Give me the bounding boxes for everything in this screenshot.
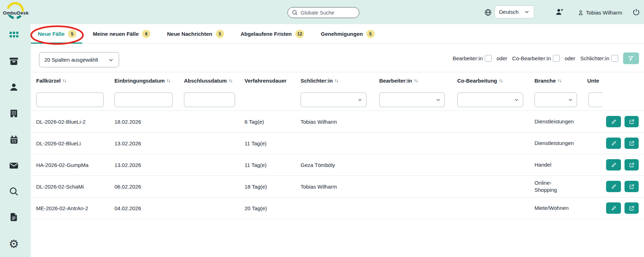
sidebar-item-apps[interactable] (8, 29, 20, 41)
sidebar-item-settings[interactable]: ⚙ (8, 238, 20, 250)
open-case-button[interactable] (625, 138, 639, 149)
col-header-co-bearbeitung[interactable]: Co-Bearbeitung↑↓ (457, 78, 534, 84)
pencil-icon (610, 205, 617, 212)
edit-case-button[interactable] (606, 159, 621, 171)
cell-verfahrensdauer: 20 Tag(e) (245, 205, 301, 211)
filter-select-co-bearbeitung[interactable] (457, 93, 523, 107)
table-row[interactable]: ME-2026-02-AntrAn-2 04.02.2026 20 Tag(e)… (31, 197, 644, 219)
tab-neue-faelle[interactable]: Neue Fälle 5 (31, 24, 82, 44)
sort-icon[interactable]: ↑↓ (558, 78, 561, 83)
sort-icon[interactable]: ↑↓ (414, 78, 418, 83)
table-row[interactable]: HA-2026-02-GumpMa 13.02.2026 11 Tag(e) G… (31, 154, 644, 176)
tab-label: Abgelaufene Fristen (241, 31, 292, 37)
clear-filter-button[interactable] (623, 52, 639, 64)
cell-fallkuerzel: DL-2026-02-BlueLi (36, 140, 114, 146)
sidebar-item-person[interactable] (8, 82, 20, 94)
tab-meine-neuen-faelle[interactable]: Meine neuen Fälle 6 (86, 24, 156, 44)
chevron-down-icon (108, 57, 114, 63)
cell-branche: Miete/Wohnen (534, 205, 587, 212)
tabs-bar: Neue Fälle 5 Meine neuen Fälle 6 Neue Na… (31, 24, 644, 44)
open-external-icon (628, 140, 635, 147)
col-header-branche[interactable]: Branche↑↓ (534, 78, 587, 84)
filter-off-icon (628, 55, 634, 62)
app-logo[interactable]: OmbuDesk (6, 2, 34, 22)
filter-input-einbringungsdatum[interactable] (114, 93, 173, 107)
tab-count-badge: 5 (366, 30, 375, 38)
cell-branche: Online-Shopping (534, 179, 587, 194)
col-header-einbringungsdatum[interactable]: Einbringungsdatum↑↓ (114, 78, 184, 84)
col-header-bearbeiter[interactable]: Bearbeiter:in↑↓ (379, 78, 457, 84)
language-label: Deutsch (499, 9, 519, 15)
sort-icon[interactable]: ↑↓ (62, 78, 66, 83)
cell-verfahrensdauer: 11 Tag(e) (245, 140, 301, 146)
or-label: oder (565, 55, 575, 61)
filter-select-schlichter[interactable] (301, 93, 366, 107)
filter-input-unternehmen[interactable] (588, 93, 603, 107)
tab-label: Meine neuen Fälle (93, 31, 139, 37)
table-filter-row (31, 89, 644, 111)
chevron-down-icon (568, 97, 573, 102)
columns-select[interactable]: 20 Spalten ausgewählt (39, 52, 119, 67)
cell-fallkuerzel: DL-2026-02-SchaMi (36, 184, 114, 190)
sort-icon[interactable]: ↑↓ (229, 78, 233, 83)
co-bearbeiter-filter-label: Co-Bearbeiter:in (512, 55, 551, 61)
sidebar-item-search[interactable] (8, 186, 20, 198)
sort-icon[interactable]: ↑↓ (335, 78, 338, 83)
tab-neue-nachrichten[interactable]: Neue Nachrichten 5 (160, 24, 230, 44)
open-case-button[interactable] (625, 116, 639, 127)
current-user[interactable]: Tobias Wilharm (578, 9, 622, 16)
cell-einbringungsdatum: 06.02.2026 (114, 184, 184, 190)
col-header-abschlussdatum[interactable]: Abschlussdatum↑↓ (184, 78, 245, 84)
cell-schlichter: Tobias Wilharm (301, 184, 379, 190)
add-user-button[interactable] (555, 7, 564, 16)
user-name: Tobias Wilharm (586, 10, 622, 16)
co-bearbeiter-checkbox[interactable] (553, 55, 560, 62)
language-select[interactable]: Deutsch (494, 5, 534, 18)
logout-power-icon[interactable] (632, 8, 640, 16)
col-header-schlichter[interactable]: Schlichter:in↑↓ (301, 78, 379, 84)
col-header-fallkuerzel[interactable]: Fallkürzel↑↓ (36, 78, 114, 84)
filter-input-abschlussdatum[interactable] (184, 93, 235, 107)
col-header-verfahrensdauer: Verfahrensdauer (245, 78, 301, 84)
sidebar: ⚙ (0, 0, 31, 257)
table-row[interactable]: DL-2026-02-BlueLi-2 18.02.2026 6 Tag(e) … (31, 111, 644, 133)
bearbeiter-checkbox[interactable] (485, 55, 492, 62)
sort-icon[interactable]: ↑↓ (167, 78, 170, 83)
schlichter-checkbox[interactable] (611, 55, 618, 62)
open-case-button[interactable] (625, 159, 639, 171)
sidebar-item-organization[interactable] (8, 108, 20, 120)
open-case-button[interactable] (625, 181, 639, 192)
cell-fallkuerzel: DL-2026-02-BlueLi-2 (36, 119, 114, 125)
sidebar-item-inbox[interactable] (8, 56, 20, 68)
building-icon (9, 108, 19, 120)
tab-abgelaufene-fristen[interactable]: Abgelaufene Fristen 12 (234, 24, 310, 44)
filter-select-bearbeiter[interactable] (379, 93, 445, 107)
global-search-input[interactable] (301, 10, 367, 16)
edit-case-button[interactable] (606, 138, 621, 149)
edit-case-button[interactable] (606, 181, 621, 192)
cell-verfahrensdauer: 18 Tag(e) (245, 184, 301, 190)
filter-select-branche[interactable] (534, 93, 577, 107)
tab-genehmigungen[interactable]: Genehmigungen 5 (314, 24, 380, 44)
app-window: ⚙ OmbuDesk Deutsch Tobias Wi (0, 0, 644, 257)
table-row[interactable]: DL-2026-02-BlueLi 13.02.2026 11 Tag(e) D… (31, 133, 644, 154)
cell-verfahrensdauer: 11 Tag(e) (245, 162, 301, 168)
table-row[interactable]: DL-2026-02-SchaMi 06.02.2026 18 Tag(e) T… (31, 176, 644, 197)
cell-einbringungsdatum: 18.02.2026 (114, 119, 184, 125)
cell-einbringungsdatum: 13.02.2026 (114, 140, 184, 146)
sidebar-item-mail[interactable] (8, 160, 20, 172)
sidebar-item-documents[interactable] (8, 212, 20, 224)
sort-icon[interactable]: ↑↓ (499, 78, 503, 83)
cell-fallkuerzel: ME-2026-02-AntrAn-2 (36, 205, 114, 211)
col-header-unternehmen: Unte (587, 78, 644, 84)
open-case-button[interactable] (625, 202, 639, 214)
language-globe-icon[interactable] (484, 9, 492, 16)
sidebar-item-calendar[interactable] (8, 134, 20, 146)
edit-case-button[interactable] (606, 116, 621, 127)
main-content: Neue Fälle 5 Meine neuen Fälle 6 Neue Na… (31, 24, 644, 257)
cases-table: Fallkürzel↑↓ Einbringungsdatum↑↓ Abschlu… (31, 72, 644, 219)
filter-input-fallkuerzel[interactable] (36, 93, 103, 107)
edit-case-button[interactable] (606, 202, 621, 214)
search-icon (9, 186, 19, 198)
table-header-row: Fallkürzel↑↓ Einbringungsdatum↑↓ Abschlu… (31, 72, 644, 89)
